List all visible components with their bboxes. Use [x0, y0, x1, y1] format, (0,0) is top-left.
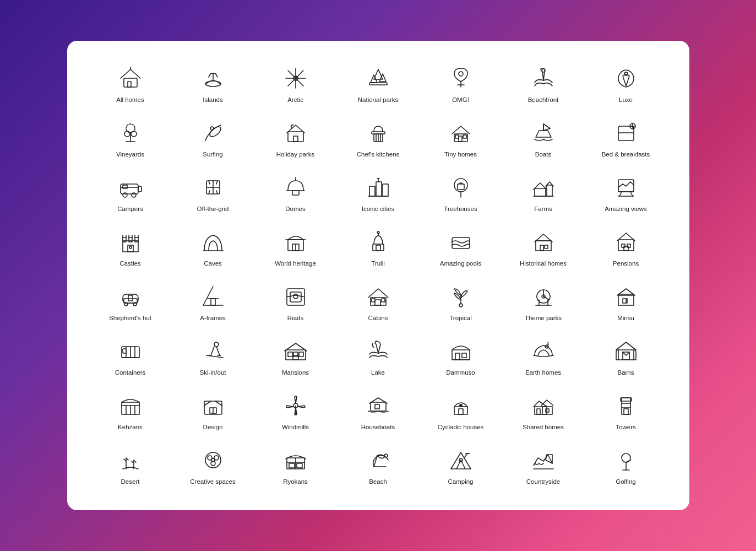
category-item-omg[interactable]: OMG!	[420, 57, 502, 112]
category-item-surfing[interactable]: Surfing	[172, 112, 254, 166]
category-item-iconic-cities[interactable]: Iconic cities	[337, 166, 420, 221]
category-item-national-parks[interactable]: National parks	[337, 57, 420, 112]
category-item-castles[interactable]: Castles	[89, 221, 172, 276]
barns-icon	[613, 338, 639, 364]
category-item-trulli[interactable]: Trulli	[337, 221, 420, 276]
category-item-holiday-parks[interactable]: Holiday parks	[254, 112, 337, 166]
category-item-off-the-grid[interactable]: Off-the-grid	[172, 166, 254, 221]
svg-point-20	[124, 131, 130, 137]
category-item-boats[interactable]: Boats	[502, 112, 585, 166]
svg-rect-27	[293, 136, 298, 142]
category-item-tiny-homes[interactable]: Tiny homes	[420, 112, 502, 166]
svg-rect-157	[542, 407, 552, 414]
lake-label: Lake	[371, 369, 385, 377]
category-item-farms[interactable]: Farms	[502, 166, 585, 221]
category-item-windmills[interactable]: Windmills	[254, 385, 337, 439]
ski-in-out-label: Ski-in/out	[200, 369, 226, 377]
category-item-cabins[interactable]: Cabins	[337, 276, 420, 330]
vineyards-icon	[117, 120, 144, 146]
surfing-icon	[200, 120, 226, 146]
shared-homes-icon	[530, 392, 557, 419]
category-item-amazing-pools[interactable]: Amazing pools	[420, 221, 502, 276]
pensions-label: Pensions	[613, 260, 639, 268]
category-item-treehouses[interactable]: Treehouses	[420, 166, 502, 221]
category-item-tropical[interactable]: Tropical	[420, 276, 502, 330]
category-item-mansions[interactable]: Mansions	[254, 330, 337, 385]
svg-rect-130	[288, 352, 292, 356]
trulli-label: Trulli	[371, 260, 385, 268]
category-item-world-heritage[interactable]: World heritage	[254, 221, 337, 276]
amazing-pools-label: Amazing pools	[440, 260, 481, 268]
amazing-pools-icon	[448, 229, 474, 255]
category-item-countryside[interactable]: Countryside	[502, 439, 585, 494]
chefs-kitchens-icon	[365, 120, 391, 146]
svg-rect-55	[376, 182, 382, 196]
category-item-shepherds-hut[interactable]: Shepherd's hut	[89, 276, 172, 330]
svg-rect-160	[622, 398, 630, 414]
svg-rect-134	[452, 350, 470, 360]
category-item-luxe[interactable]: Luxe	[585, 57, 667, 112]
category-item-shared-homes[interactable]: Shared homes	[502, 385, 585, 439]
svg-point-76	[129, 246, 132, 249]
a-frames-icon	[200, 283, 226, 310]
category-item-kehzans[interactable]: Kehzans	[89, 385, 172, 439]
category-item-lake[interactable]: Lake	[337, 330, 420, 385]
category-item-amazing-views[interactable]: Amazing views	[585, 166, 667, 221]
category-item-campers[interactable]: Campers	[89, 166, 172, 221]
svg-rect-92	[627, 244, 630, 247]
world-heritage-icon	[282, 229, 309, 255]
houseboats-label: Houseboats	[361, 423, 395, 431]
category-item-earth-homes[interactable]: Earth homes	[502, 330, 585, 385]
category-item-beach[interactable]: Beach	[337, 439, 420, 494]
beachfront-icon	[530, 65, 557, 91]
svg-point-84	[377, 231, 379, 234]
category-item-houseboats[interactable]: Houseboats	[337, 385, 420, 439]
category-item-ski-in-out[interactable]: Ski-in/out	[172, 330, 254, 385]
category-item-domes[interactable]: Domes	[254, 166, 337, 221]
category-item-islands[interactable]: Islands	[172, 57, 254, 112]
lake-icon	[365, 338, 391, 364]
svg-rect-161	[621, 398, 632, 401]
category-item-bed-breakfasts[interactable]: Bed & breakfasts	[585, 112, 667, 166]
svg-line-68	[619, 192, 622, 196]
category-item-arctic[interactable]: Arctic	[254, 57, 337, 112]
category-item-a-frames[interactable]: A-frames	[172, 276, 254, 330]
caves-icon	[200, 229, 226, 255]
category-item-camping[interactable]: Camping	[420, 439, 502, 494]
svg-rect-34	[459, 136, 462, 142]
svg-rect-154	[459, 409, 463, 414]
category-item-beachfront[interactable]: Beachfront	[502, 57, 585, 112]
category-item-historical-homes[interactable]: Historical homes	[502, 221, 585, 276]
shepherds-hut-icon	[117, 283, 144, 310]
category-item-desert[interactable]: Desert	[89, 439, 172, 494]
svg-rect-136	[462, 353, 466, 358]
category-item-barns[interactable]: Barns	[585, 330, 667, 385]
category-item-design[interactable]: Design	[172, 385, 254, 439]
category-item-riads[interactable]: Riads	[254, 276, 337, 330]
category-item-towers[interactable]: Towers	[585, 385, 667, 439]
category-item-containers[interactable]: Containers	[89, 330, 172, 385]
svg-line-179	[464, 453, 467, 458]
svg-rect-152	[375, 404, 379, 409]
category-item-minsu[interactable]: Minsu	[585, 276, 667, 330]
svg-rect-47	[123, 185, 127, 188]
category-item-theme-parks[interactable]: Theme parks	[502, 276, 585, 330]
svg-rect-63	[535, 188, 546, 196]
category-item-ryokans[interactable]: Ryokans	[254, 439, 337, 494]
islands-icon	[200, 65, 226, 91]
category-item-all-homes[interactable]: All homes	[89, 57, 172, 112]
category-item-creative-spaces[interactable]: Creative spaces	[172, 439, 254, 494]
golfing-label: Golfing	[616, 478, 635, 486]
category-item-caves[interactable]: Caves	[172, 221, 254, 276]
category-item-golfing[interactable]: Golfing	[585, 439, 667, 494]
category-item-chefs-kitchens[interactable]: Chef's kitchens	[337, 112, 420, 166]
svg-rect-135	[455, 353, 460, 360]
design-label: Design	[203, 423, 223, 431]
category-item-pensions[interactable]: Pensions	[585, 221, 667, 276]
category-item-dammuso[interactable]: Dammuso	[420, 330, 502, 385]
towers-label: Towers	[616, 423, 635, 431]
category-item-vineyards[interactable]: Vineyards	[89, 112, 172, 166]
category-item-cycladic-houses[interactable]: Cycladic houses	[420, 385, 502, 439]
national-parks-label: National parks	[358, 96, 399, 104]
all-homes-icon	[117, 65, 144, 91]
